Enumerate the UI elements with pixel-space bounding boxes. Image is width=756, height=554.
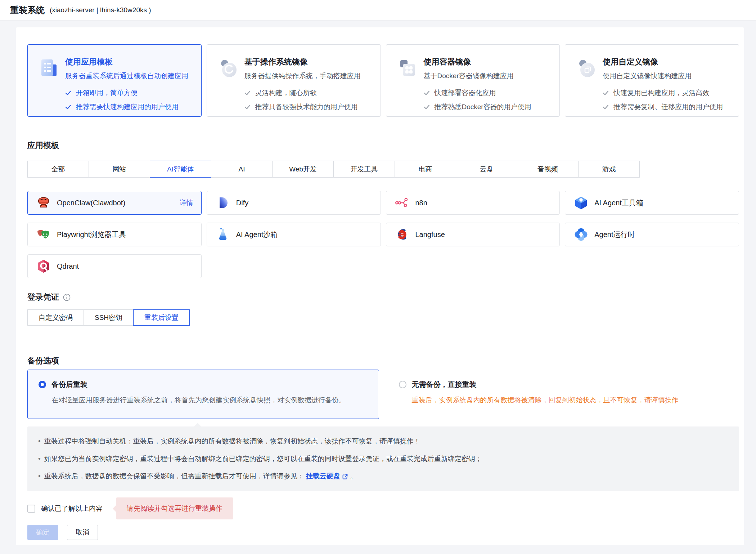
tab-custom-password[interactable]: 自定义密码 (27, 309, 84, 326)
app-name: n8n (415, 199, 427, 207)
app-item-playwright[interactable]: Playwright浏览器工具 (27, 223, 202, 246)
footer-actions: 确定 取消 (27, 525, 739, 540)
app-item-agent-sandbox[interactable]: AI Agent沙箱 (207, 223, 381, 246)
method-card-custom-image[interactable]: 使用自定义镜像 使用自定义镜像快速构建应用 快速复用已构建应用，灵活高效 推荐需… (565, 44, 739, 117)
reinstall-notice-box: • 重装过程中将强制自动关机；重装后，实例系统盘内的所有数据将被清除，恢复到初始… (27, 426, 739, 491)
bullet: • (38, 455, 41, 464)
app-item-agent-toolbox[interactable]: AI Agent工具箱 (565, 191, 739, 215)
backup-option-desc: 在对轻量应用服务器进行重装系统之前，将首先为您创建实例系统盘快照，对实例数据进行… (39, 396, 368, 405)
app-template-grid: OpenClaw(Clawdbot) 详情 Dify (27, 191, 739, 278)
tab-dev-tools[interactable]: 开发工具 (333, 161, 395, 178)
confirm-tooltip: 请先阅读并勾选再进行重装操作 (116, 497, 233, 519)
method-title: 使用自定义镜像 (603, 58, 723, 66)
agent-sandbox-icon (216, 227, 230, 242)
app-detail-link[interactable]: 详情 (180, 198, 193, 207)
credential-tabs: 自定义密码 SSH密钥 重装后设置 (27, 309, 739, 326)
agent-toolbox-icon (574, 196, 588, 210)
check-icon (65, 104, 71, 110)
app-item-qdrant[interactable]: Qdrant (27, 254, 202, 278)
tab-web-dev[interactable]: Web开发 (272, 161, 334, 178)
check-icon (603, 90, 609, 95)
notice-line: • 重装系统后，数据盘的数据会保留不受影响，但需重新挂载后才可使用，详情请参见：… (38, 472, 728, 481)
backup-option-title: 无需备份，直接重装 (412, 380, 477, 389)
reinstall-panel: 使用应用模板 服务器重装系统后通过模板自动创建应用 开箱即用，简单方便 推荐需要… (16, 27, 744, 545)
app-name: AI Agent沙箱 (236, 230, 278, 240)
notice-caret (194, 423, 202, 427)
method-title: 基于操作系统镜像 (244, 58, 361, 66)
method-card-container-image[interactable]: 使用容器镜像 基于Docker容器镜像构建应用 快速部署容器化应用 推荐熟悉Do… (386, 44, 560, 117)
tab-cloud-disk[interactable]: 云盘 (456, 161, 517, 178)
app-item-dify[interactable]: Dify (207, 191, 381, 215)
radio-selected-icon[interactable] (39, 381, 46, 388)
tab-ai-agent[interactable]: AI智能体 (150, 161, 211, 178)
credentials-heading-text: 登录凭证 (27, 292, 59, 302)
app-name: OpenClaw(Clawdbot) (57, 199, 125, 207)
method-title: 使用应用模板 (65, 58, 188, 66)
radio-unselected-icon[interactable] (399, 381, 406, 388)
info-icon[interactable] (63, 294, 71, 301)
page-header: 重装系统 (xiaozhi-server | lhins-k30w20ks ) (0, 0, 756, 21)
container-image-icon (399, 59, 416, 79)
app-template-icon (41, 59, 57, 79)
qdrant-icon (36, 259, 51, 273)
method-card-os-image[interactable]: 基于操作系统镜像 服务器提供纯操作系统，手动搭建应用 灵活构建，随心所欲 推荐具… (207, 44, 381, 117)
tab-website[interactable]: 网站 (89, 161, 150, 178)
confirm-button[interactable]: 确定 (27, 525, 58, 540)
confirm-checkbox-label: 确认已了解以上内容 (41, 504, 103, 513)
app-item-n8n[interactable]: n8n (386, 191, 560, 215)
mount-cloud-disk-link[interactable]: 挂载云硬盘 (306, 472, 348, 481)
app-name: Qdrant (57, 262, 79, 271)
bullet: • (38, 472, 41, 481)
method-point: 快速部署容器化应用 (424, 88, 531, 98)
section-divider (27, 128, 739, 128)
method-point: 灵活构建，随心所欲 (244, 88, 361, 98)
tab-ai[interactable]: AI (211, 161, 273, 178)
app-item-langfuse[interactable]: Langfuse (386, 223, 560, 246)
backup-option-with-backup[interactable]: 备份后重装 在对轻量应用服务器进行重装系统之前，将首先为您创建实例系统盘快照，对… (27, 370, 379, 419)
tab-games[interactable]: 游戏 (578, 161, 640, 178)
backup-option-title: 备份后重装 (51, 380, 87, 389)
method-point: 开箱即用，简单方便 (65, 88, 188, 98)
check-icon (65, 90, 71, 95)
tab-all[interactable]: 全部 (27, 161, 89, 178)
method-point: 推荐需要复制、迁移应用的用户使用 (603, 102, 723, 112)
app-item-agent-runtime[interactable]: Agent运行时 (565, 223, 739, 246)
app-name: Dify (236, 199, 248, 207)
method-desc: 基于Docker容器镜像构建应用 (424, 72, 531, 80)
check-icon (424, 104, 430, 110)
page-title: 重装系统 (10, 4, 45, 16)
app-item-openclaw[interactable]: OpenClaw(Clawdbot) 详情 (27, 191, 202, 215)
tab-audio-video[interactable]: 音视频 (517, 161, 579, 178)
backup-option-no-backup[interactable]: 无需备份，直接重装 重装后，实例系统盘内的所有数据将被清除，回复到初始状态，且不… (388, 370, 739, 419)
method-card-app-template[interactable]: 使用应用模板 服务器重装系统后通过模板自动创建应用 开箱即用，简单方便 推荐需要… (27, 44, 202, 117)
tab-set-after-reinstall[interactable]: 重装后设置 (133, 309, 190, 326)
method-point: 快速复用已构建应用，灵活高效 (603, 88, 723, 98)
tab-ssh-key[interactable]: SSH密钥 (84, 309, 134, 326)
notice-line: • 重装过程中将强制自动关机；重装后，实例系统盘内的所有数据将被清除，恢复到初始… (38, 437, 728, 446)
bullet: • (38, 437, 41, 446)
install-method-options: 使用应用模板 服务器重装系统后通过模板自动创建应用 开箱即用，简单方便 推荐需要… (27, 44, 739, 117)
section-divider (27, 342, 739, 342)
playwright-icon (36, 227, 51, 242)
dify-icon (216, 196, 230, 210)
backup-options: 备份后重装 在对轻量应用服务器进行重装系统之前，将首先为您创建实例系统盘快照，对… (27, 370, 739, 419)
method-point: 推荐具备较强技术能力的用户使用 (244, 102, 361, 112)
instance-identifier: (xiaozhi-server | lhins-k30w20ks ) (50, 6, 151, 14)
notice-text: 重装系统后，数据盘的数据会保留不受影响，但需重新挂载后才可使用，详情请参见： (44, 472, 304, 480)
app-name: Langfuse (415, 231, 445, 239)
credentials-heading: 登录凭证 (27, 292, 739, 302)
n8n-icon (395, 196, 409, 210)
cancel-button[interactable]: 取消 (67, 525, 98, 540)
confirm-checkbox[interactable] (27, 505, 35, 513)
agent-runtime-icon (574, 227, 588, 242)
tab-ecommerce[interactable]: 电商 (395, 161, 456, 178)
method-desc: 服务器提供纯操作系统，手动搭建应用 (244, 72, 361, 80)
app-name: AI Agent工具箱 (594, 198, 643, 208)
langfuse-icon (395, 227, 409, 242)
os-image-icon (220, 59, 237, 79)
method-point: 推荐熟悉Docker容器的用户使用 (424, 102, 531, 112)
notice-text: 。 (350, 472, 357, 480)
method-title: 使用容器镜像 (424, 58, 531, 66)
backup-heading: 备份选项 (27, 356, 739, 366)
notice-line: • 如果您已为当前实例绑定密钥，重装过程中将会自动解绑之前已绑定的密钥，您可以在… (38, 455, 728, 464)
